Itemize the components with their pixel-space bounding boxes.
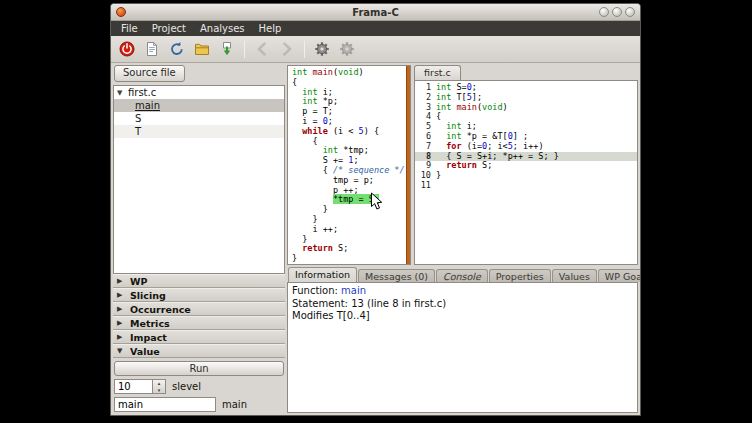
save-session-button[interactable] (216, 39, 238, 60)
plugin-wp[interactable]: ▶WP (113, 274, 285, 288)
maximize-button[interactable] (612, 7, 622, 17)
plugin-label: WP (130, 276, 147, 287)
menu-help[interactable]: Help (252, 21, 289, 36)
toolbar (111, 36, 640, 63)
document-icon (144, 41, 160, 57)
tree-item-main[interactable]: main (114, 99, 284, 112)
analyses-button[interactable] (311, 39, 333, 60)
source-line-3[interactable]: 3int main(void) (415, 103, 637, 113)
cil-line[interactable]: int main(void) (292, 68, 406, 78)
reload-icon (169, 41, 185, 57)
decrement-icon[interactable]: ▾ (153, 387, 165, 394)
expand-icon: ▶ (117, 291, 126, 299)
expand-icon: ▶ (117, 319, 126, 327)
expand-icon: ▶ (117, 333, 126, 341)
reload-button[interactable] (166, 39, 188, 60)
source-line-9[interactable]: 9 return S; (415, 161, 637, 171)
source-file-button[interactable]: Source file (114, 65, 185, 82)
main-function-input[interactable]: main (114, 397, 216, 412)
tree-item-t[interactable]: T (114, 125, 284, 138)
menu-analyses[interactable]: Analyses (193, 21, 252, 36)
collapse-icon[interactable]: ▼ (117, 89, 128, 97)
code-row: int main(void){ int i; int *p; p = T; i … (287, 65, 638, 265)
plugin-occurrence[interactable]: ▶Occurrence (113, 302, 285, 316)
tab-properties[interactable]: Properties (489, 269, 551, 282)
main-function-label: main (222, 399, 247, 410)
window-title: Frama-C (111, 7, 640, 18)
plugin-label: Impact (130, 332, 167, 343)
info-line: Statement: 13 (line 8 in first.c) (292, 298, 633, 311)
plugin-value[interactable]: ▼Value (113, 344, 285, 358)
source-tab-first-c[interactable]: first.c (414, 65, 461, 80)
cil-code-pane: int main(void){ int i; int *p; p = T; i … (287, 65, 411, 265)
quit-button[interactable] (116, 39, 138, 60)
menubar: FileProjectAnalysesHelp (111, 21, 640, 36)
selected-statement[interactable]: *tmp = S; (333, 194, 379, 204)
source-tab-row: first.c (414, 65, 638, 80)
window-controls (599, 7, 635, 17)
back-icon (254, 41, 270, 57)
slevel-steppers: ▴ ▾ (152, 380, 165, 393)
close-button[interactable] (625, 7, 635, 17)
line-number: 11 (417, 181, 431, 191)
minimize-button[interactable] (599, 7, 609, 17)
function-main-link[interactable]: main (341, 285, 366, 296)
slevel-value[interactable]: 10 (115, 380, 152, 393)
slevel-row: 10 ▴ ▾ slevel (114, 378, 284, 395)
source-code[interactable]: 1int S=0;2int T[5];3int main(void)4{5 in… (414, 80, 638, 265)
cil-scrollbar[interactable] (406, 66, 410, 264)
main-area: Source file ▼first.cmainST ▶WP▶Slicing▶O… (111, 63, 640, 415)
information-content: Function: mainStatement: 13 (line 8 in f… (287, 282, 638, 413)
menu-project[interactable]: Project (145, 21, 193, 36)
plugin-slicing[interactable]: ▶Slicing (113, 288, 285, 302)
tree-root-file[interactable]: ▼first.c (114, 86, 284, 99)
desktop: { "window": { "title": "Frama-C", "menu"… (0, 0, 752, 423)
info-line: Modifies T[0..4] (292, 310, 633, 323)
tab-wp-goals[interactable]: WP Goals (598, 269, 641, 282)
tab-console[interactable]: Console (436, 269, 488, 282)
gear-icon (339, 41, 355, 57)
power-icon (119, 41, 135, 57)
expand-icon: ▶ (117, 277, 126, 285)
cil-line[interactable]: i ++; (292, 225, 406, 235)
tree-item-label: T (135, 126, 141, 137)
back-button (251, 39, 273, 60)
slevel-label: slevel (172, 381, 201, 392)
source-line-10[interactable]: 10} (415, 171, 637, 181)
plugin-label: Value (130, 346, 160, 357)
gear-icon (314, 41, 330, 57)
source-pane: first.c 1int S=0;2int T[5];3int main(voi… (414, 65, 638, 265)
globals-tree[interactable]: ▼first.cmainST (113, 85, 285, 274)
plugin-metrics[interactable]: ▶Metrics (113, 316, 285, 330)
save-icon (219, 41, 235, 57)
console-button[interactable] (141, 39, 163, 60)
stop-button (336, 39, 358, 60)
forward-button (276, 39, 298, 60)
collapse-icon: ▼ (117, 347, 126, 355)
run-button[interactable]: Run (114, 361, 284, 376)
cil-code[interactable]: int main(void){ int i; int *p; p = T; i … (288, 66, 406, 264)
tab-information[interactable]: Information (288, 267, 357, 282)
tab-values[interactable]: Values (552, 269, 597, 282)
tree-root-label: first.c (128, 87, 156, 98)
bottom-tabs: InformationMessages (0)ConsoleProperties… (287, 267, 638, 282)
info-line: Function: main (292, 285, 633, 298)
titlebar[interactable]: Frama-C (111, 4, 640, 21)
toolbar-separator (304, 41, 305, 58)
window-menu-icon[interactable] (116, 7, 126, 17)
plugin-impact[interactable]: ▶Impact (113, 330, 285, 344)
tree-item-label: S (135, 113, 141, 124)
source-line-11[interactable]: 11 (415, 181, 637, 191)
tab-messages-0-[interactable]: Messages (0) (358, 269, 435, 282)
cil-line[interactable]: return S; (292, 244, 406, 254)
main-function-row: main main (114, 396, 284, 413)
tree-item-s[interactable]: S (114, 112, 284, 125)
plugin-label: Metrics (130, 318, 170, 329)
slevel-spinbox[interactable]: 10 ▴ ▾ (114, 379, 166, 394)
left-panel: Source file ▼first.cmainST ▶WP▶Slicing▶O… (113, 65, 285, 413)
cil-line[interactable]: } (292, 254, 406, 264)
folder-icon (194, 41, 210, 57)
load-session-button[interactable] (191, 39, 213, 60)
menu-file[interactable]: File (114, 21, 145, 36)
frama-c-window: Frama-C FileProjectAnalysesHelp Source f… (110, 3, 641, 416)
